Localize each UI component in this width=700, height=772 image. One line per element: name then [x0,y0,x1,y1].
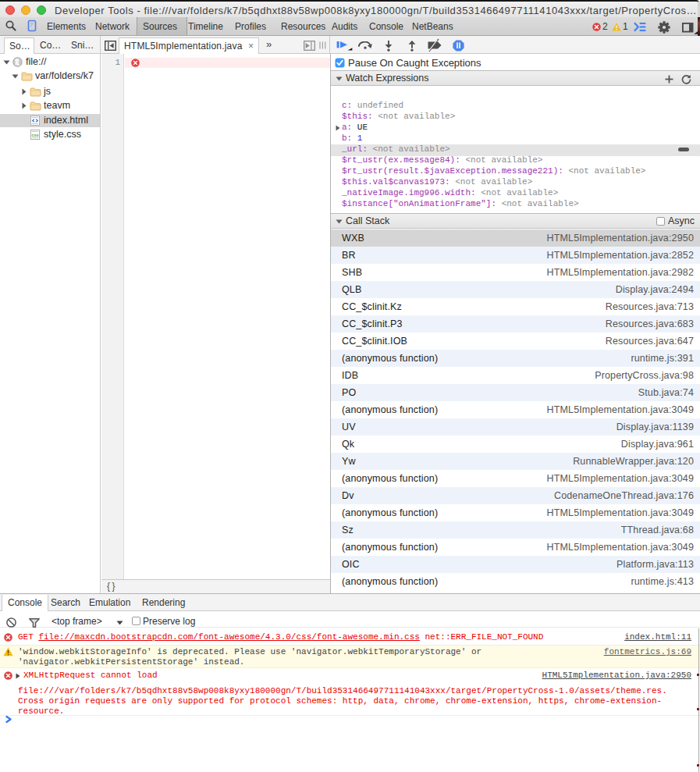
svg-text:css: css [31,133,38,137]
